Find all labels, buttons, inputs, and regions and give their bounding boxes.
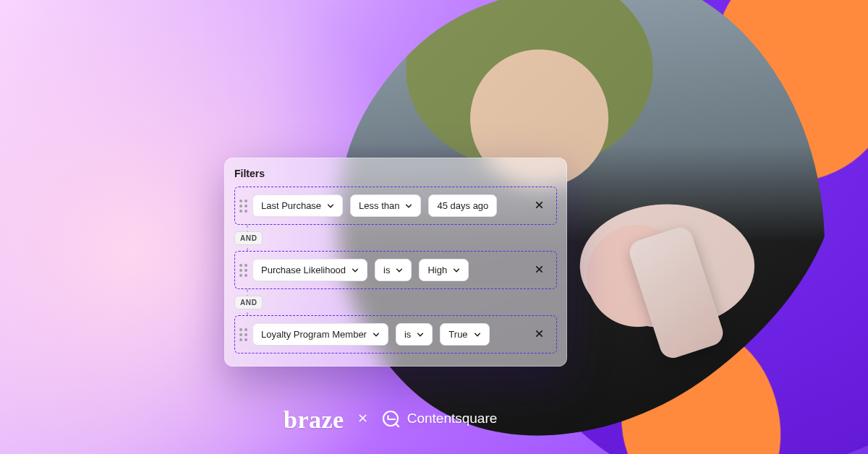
filter-row: Loyalty Program Member is True — [234, 315, 557, 354]
filter-value-label: High — [427, 265, 447, 275]
filter-operator-select[interactable]: Less than — [350, 194, 421, 217]
connector-operator[interactable]: AND — [234, 231, 263, 245]
filter-row: Purchase Likelihood is High — [234, 251, 557, 289]
filter-attribute-select[interactable]: Last Purchase — [252, 194, 343, 217]
chevron-down-icon — [396, 267, 403, 274]
contentsquare-mark-icon — [381, 409, 400, 428]
braze-logo: braze — [284, 406, 344, 434]
filter-value-label: 45 days ago — [437, 200, 488, 211]
photo-phone — [626, 224, 726, 361]
filter-connector: AND — [234, 292, 557, 312]
connector-operator[interactable]: AND — [234, 296, 263, 309]
drag-handle-icon[interactable] — [239, 328, 247, 341]
filter-value-select[interactable]: High — [419, 259, 469, 281]
close-icon — [535, 200, 544, 213]
filter-row: Last Purchase Less than 45 days ago — [234, 187, 557, 225]
filter-attribute-select[interactable]: Loyalty Program Member — [252, 323, 388, 346]
remove-filter-button[interactable] — [529, 260, 549, 280]
filter-value-label: True — [448, 329, 467, 340]
contentsquare-logo: Contentsquare — [381, 409, 498, 428]
brand-lockup: braze ✕ Contentsquare — [284, 405, 497, 432]
filter-operator-select[interactable]: is — [396, 323, 433, 346]
chevron-down-icon — [417, 331, 424, 338]
filter-operator-label: is — [383, 265, 390, 275]
chevron-down-icon — [327, 202, 334, 210]
marketing-hero: Filters Last Purchase Less than 45 days … — [0, 0, 868, 454]
chevron-down-icon — [453, 267, 460, 274]
close-icon — [535, 328, 544, 341]
chevron-down-icon — [373, 331, 380, 338]
drag-handle-icon[interactable] — [239, 264, 247, 277]
filter-attribute-label: Purchase Likelihood — [261, 265, 346, 275]
filter-value-select[interactable]: True — [440, 323, 489, 346]
filter-operator-select[interactable]: is — [375, 259, 412, 281]
filter-operator-label: is — [404, 329, 411, 340]
remove-filter-button[interactable] — [529, 196, 549, 216]
filter-attribute-select[interactable]: Purchase Likelihood — [252, 259, 367, 281]
filter-connector: AND — [234, 228, 557, 248]
contentsquare-wordmark: Contentsquare — [407, 411, 498, 427]
drag-handle-icon[interactable] — [239, 200, 247, 213]
chevron-down-icon — [352, 267, 359, 274]
chevron-down-icon — [405, 202, 412, 210]
close-icon — [535, 264, 544, 277]
remove-filter-button[interactable] — [529, 325, 549, 345]
filters-title: Filters — [234, 168, 557, 179]
filters-panel: Filters Last Purchase Less than 45 days … — [224, 158, 567, 367]
separator-icon: ✕ — [357, 411, 368, 427]
chevron-down-icon — [474, 331, 481, 338]
filter-attribute-label: Last Purchase — [261, 200, 321, 211]
filter-operator-label: Less than — [359, 200, 399, 211]
filter-attribute-label: Loyalty Program Member — [261, 329, 367, 340]
filter-value-input[interactable]: 45 days ago — [428, 194, 497, 217]
